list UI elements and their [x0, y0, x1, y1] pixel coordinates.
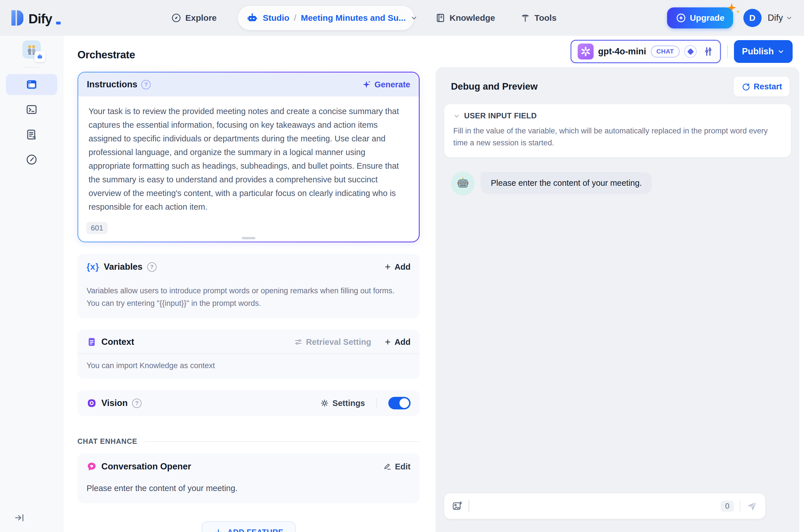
conversation-opener-message: Please enter the content of your meeting…: [77, 472, 420, 503]
publish-button[interactable]: Publish: [734, 40, 792, 63]
sidebar-collapse-button[interactable]: [14, 512, 25, 524]
conversation-opener-edit-label: Edit: [395, 462, 410, 471]
user-input-field-toggle[interactable]: USER INPUT FIELD: [453, 112, 782, 120]
sparkle-icon: [362, 80, 371, 89]
dify-logo[interactable]: Dify: [10, 10, 61, 26]
chat-composer[interactable]: 0: [444, 493, 765, 519]
add-feature-label: ADD FEATURE: [227, 528, 284, 532]
model-toolbar: gpt-4o-mini CHAT Publish: [436, 40, 792, 63]
add-feature-button[interactable]: ADD FEATURE: [202, 521, 295, 532]
model-selector[interactable]: gpt-4o-mini CHAT: [570, 40, 721, 63]
model-name: gpt-4o-mini: [598, 46, 646, 57]
upgrade-gem-icon: [676, 13, 687, 23]
debug-preview-panel: Debug and Preview Restart: [436, 67, 800, 532]
help-icon[interactable]: ?: [147, 262, 157, 272]
help-icon[interactable]: ?: [141, 80, 151, 89]
send-icon[interactable]: [746, 500, 758, 512]
resize-handle[interactable]: [242, 237, 255, 239]
breadcrumb-separator: /: [294, 13, 296, 23]
user-input-field-title: USER INPUT FIELD: [464, 112, 537, 120]
instructions-text[interactable]: Your task is to review the provided meet…: [89, 104, 408, 214]
context-add-label: Add: [395, 337, 410, 347]
instructions-title: Instructions: [87, 79, 137, 90]
workspace: Orchestrate Instructions ? Generate: [63, 36, 804, 532]
sidebar-item-api[interactable]: [6, 99, 57, 120]
user-input-field-card: USER INPUT FIELD Fill in the value of th…: [444, 104, 791, 157]
restart-icon: [741, 82, 750, 91]
chat-enhance-section: CHAT ENHANCE: [77, 437, 420, 445]
app-sidebar: [0, 36, 63, 532]
chevron-down-icon: [777, 48, 785, 55]
main-content: Orchestrate Instructions ? Generate: [0, 36, 804, 532]
model-feature-icon: [684, 45, 697, 58]
sidebar-item-orchestrate[interactable]: [6, 74, 57, 95]
nav-explore-label: Explore: [185, 13, 217, 23]
vision-settings-button[interactable]: Settings: [320, 399, 365, 408]
variables-title: Variables: [104, 262, 142, 272]
help-icon[interactable]: ?: [132, 399, 142, 408]
dify-logo-cursor: [56, 22, 61, 24]
plus-icon: [384, 338, 392, 346]
publish-label: Publish: [742, 46, 774, 57]
nav-explore[interactable]: Explore: [167, 10, 221, 26]
breadcrumb-studio[interactable]: Studio: [263, 13, 289, 23]
retrieval-setting-button[interactable]: Retrieval Setting: [294, 337, 371, 347]
toggle-knob: [399, 398, 409, 408]
sidebar-item-monitoring[interactable]: [6, 149, 57, 170]
instructions-editor[interactable]: Your task is to review the provided meet…: [78, 96, 419, 242]
user-avatar[interactable]: D: [743, 9, 762, 27]
chat-enhance-label: CHAT ENHANCE: [77, 437, 137, 445]
conversation-opener-card: Conversation Opener Edit Please enter: [77, 454, 420, 503]
app-icon[interactable]: [22, 40, 41, 59]
vision-title: Vision: [102, 398, 128, 408]
vision-settings-label: Settings: [332, 399, 365, 408]
nav-tools[interactable]: Tools: [516, 10, 561, 26]
context-card: Context Retrieval Setting: [77, 329, 420, 379]
breadcrumb[interactable]: Studio / Meeting Minutes and Su...: [238, 6, 414, 30]
model-parameters-icon[interactable]: [703, 46, 714, 57]
account-menu[interactable]: Dify: [768, 13, 792, 23]
knowledge-icon: [435, 13, 445, 23]
user-input-field-description: Fill in the value of the variable, which…: [453, 125, 782, 149]
chevron-down-icon[interactable]: [410, 14, 418, 22]
char-count-badge: 601: [86, 222, 108, 234]
log-document-icon: [25, 128, 38, 141]
bot-message-row: Please enter the content of your meeting…: [451, 172, 791, 195]
context-add-button[interactable]: Add: [384, 337, 410, 347]
conversation-bubble-icon: [87, 461, 97, 472]
vision-toggle[interactable]: [388, 397, 410, 410]
chevron-down-icon: [453, 113, 460, 119]
explore-icon: [171, 13, 181, 23]
context-description: You can import Knowledge as context: [77, 354, 420, 379]
debug-column: gpt-4o-mini CHAT Publish: [436, 36, 804, 532]
dify-logo-text: Dify: [29, 12, 52, 26]
retrieval-sliders-icon: [294, 338, 303, 346]
account-name-label: Dify: [768, 13, 783, 23]
chevron-down-icon: [786, 15, 792, 21]
conversation-opener-title: Conversation Opener: [102, 461, 191, 472]
upgrade-button[interactable]: Upgrade: [667, 7, 733, 28]
nav-knowledge[interactable]: Knowledge: [431, 10, 499, 26]
generate-label: Generate: [374, 80, 410, 89]
upgrade-label: Upgrade: [690, 13, 725, 23]
divider: [727, 45, 728, 58]
debug-title: Debug and Preview: [451, 81, 537, 92]
context-document-icon: [87, 337, 97, 347]
header-right: Upgrade D Dify: [667, 7, 792, 28]
image-upload-icon[interactable]: [452, 500, 463, 512]
top-navigation: Explore Studio / Meeting Minutes and Su.…: [61, 6, 667, 30]
gauge-icon: [25, 153, 38, 166]
variables-add-button[interactable]: Add: [384, 262, 410, 272]
bot-avatar: [451, 172, 475, 195]
sidebar-item-logs[interactable]: [6, 124, 57, 145]
generate-button[interactable]: Generate: [362, 80, 410, 89]
restart-button[interactable]: Restart: [733, 76, 790, 97]
chat-message-input[interactable]: [475, 501, 715, 511]
breadcrumb-app-name[interactable]: Meeting Minutes and Su...: [301, 13, 406, 23]
divider: [377, 398, 377, 408]
variables-braces-icon: {x}: [87, 262, 99, 272]
instructions-panel: Instructions ? Generate Your task is to …: [77, 72, 420, 242]
conversation-opener-edit-button[interactable]: Edit: [383, 462, 410, 471]
variables-add-label: Add: [395, 262, 410, 272]
restart-label: Restart: [754, 82, 782, 91]
